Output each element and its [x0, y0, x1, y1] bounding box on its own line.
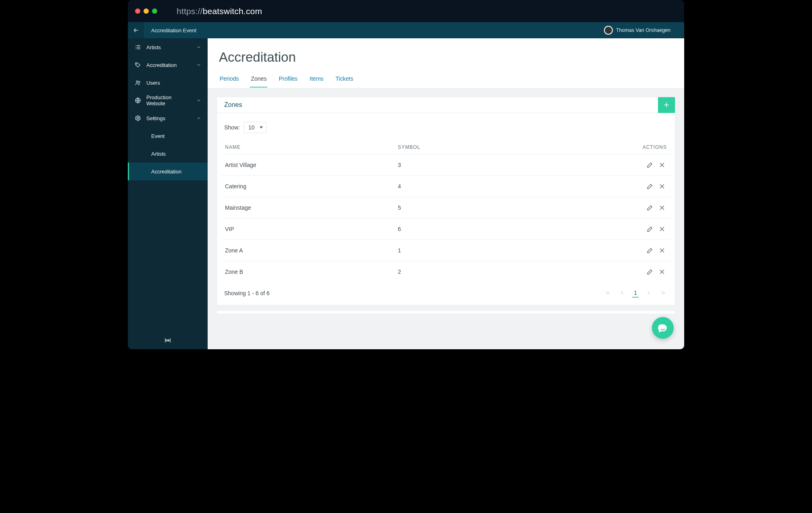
cell-name: Zone B — [221, 261, 394, 283]
sidebar-item-label: Users — [146, 80, 201, 86]
svg-point-4 — [137, 117, 139, 119]
breadcrumb: Accreditation Event — [144, 27, 604, 33]
cell-name: Catering — [221, 176, 394, 197]
tabs: Periods Zones Profiles Items Tickets — [219, 72, 673, 88]
gear-icon — [134, 115, 142, 121]
delete-button[interactable] — [657, 267, 667, 277]
next-panel-peek — [217, 311, 675, 314]
sidebar-subitem-label: Event — [151, 133, 164, 139]
pager: 1 — [603, 289, 668, 298]
panel-header: Zones — [217, 97, 675, 113]
close-icon — [658, 225, 666, 233]
titlebar: https://beatswitch.com — [128, 0, 684, 22]
user-menu[interactable]: Thomas Van Orshaegen — [604, 26, 684, 35]
cell-symbol: 2 — [394, 261, 529, 283]
arrow-left-icon — [133, 27, 139, 33]
cell-name: Mainstage — [221, 197, 394, 219]
zones-panel: Zones Show: 10 NAME — [217, 97, 675, 305]
url-host: beatswitch.com — [203, 6, 262, 16]
pencil-icon — [646, 161, 654, 169]
chevron-down-icon — [674, 28, 679, 33]
svg-point-1 — [136, 81, 138, 82]
chevron-down-icon — [196, 63, 201, 67]
table-row: VIP6 — [221, 219, 671, 240]
sidebar-nav: Artists Accreditation Users — [128, 38, 208, 332]
back-button[interactable] — [128, 22, 144, 38]
add-zone-button[interactable] — [658, 97, 675, 113]
close-icon — [658, 268, 666, 275]
edit-button[interactable] — [645, 267, 655, 277]
pencil-icon — [646, 204, 654, 211]
edit-button[interactable] — [645, 224, 655, 234]
pager-next[interactable] — [644, 289, 653, 298]
content: Zones Show: 10 NAME — [208, 88, 684, 349]
svg-point-0 — [136, 64, 137, 64]
column-header-name[interactable]: NAME — [221, 140, 394, 154]
tab-zones[interactable]: Zones — [250, 72, 267, 88]
sidebar-item-accreditation[interactable]: Accreditation — [128, 56, 208, 74]
sidebar-item-label: Settings — [146, 115, 192, 121]
edit-button[interactable] — [645, 160, 655, 170]
window-minimize-dot[interactable] — [144, 8, 149, 14]
pager-current[interactable]: 1 — [632, 289, 639, 298]
close-icon — [658, 247, 666, 254]
cell-actions — [529, 176, 671, 197]
globe-icon — [134, 97, 142, 104]
list-icon — [134, 44, 142, 50]
window-close-dot[interactable] — [135, 8, 140, 14]
tab-profiles[interactable]: Profiles — [278, 72, 298, 88]
panel-body: Show: 10 NAME SYMBOL ACTIONS — [217, 113, 675, 305]
sidebar-item-users[interactable]: Users — [128, 74, 208, 92]
collapse-icon — [164, 337, 171, 344]
tab-items[interactable]: Items — [309, 72, 324, 88]
sidebar-collapse-toggle[interactable] — [128, 332, 208, 349]
window-zoom-dot[interactable] — [152, 8, 157, 14]
tag-icon — [134, 62, 142, 68]
sidebar-item-label: Production Website — [146, 94, 192, 106]
url-protocol: https:// — [177, 6, 203, 16]
sidebar-item-artists[interactable]: Artists — [128, 38, 208, 56]
sidebar-item-label: Artists — [146, 44, 192, 50]
page-size-control: Show: 10 — [221, 122, 671, 140]
sidebar-subitem-accreditation[interactable]: Accreditation — [128, 163, 208, 180]
chevron-up-icon — [196, 116, 201, 121]
pager-last[interactable] — [659, 289, 668, 298]
topbar: Accreditation Event Thomas Van Orshaegen — [128, 22, 684, 38]
table-row: Zone B2 — [221, 261, 671, 283]
delete-button[interactable] — [657, 203, 667, 213]
table-row: Zone A1 — [221, 240, 671, 261]
sidebar-subitem-artists[interactable]: Artists — [128, 145, 208, 163]
sidebar-item-settings[interactable]: Settings — [128, 109, 208, 127]
delete-button[interactable] — [657, 181, 667, 191]
cell-actions — [529, 240, 671, 261]
tab-tickets[interactable]: Tickets — [335, 72, 354, 88]
sidebar-item-production-website[interactable]: Production Website — [128, 92, 208, 109]
page-header: Accreditation Periods Zones Profiles Ite… — [208, 38, 684, 88]
tab-periods[interactable]: Periods — [219, 72, 239, 88]
cell-actions — [529, 219, 671, 240]
cell-symbol: 6 — [394, 219, 529, 240]
cell-name: Zone A — [221, 240, 394, 261]
edit-button[interactable] — [645, 181, 655, 191]
plus-icon — [663, 101, 670, 108]
app-window: https://beatswitch.com Accreditation Eve… — [128, 0, 684, 349]
svg-point-2 — [139, 81, 140, 82]
cell-symbol: 3 — [394, 154, 529, 176]
delete-button[interactable] — [657, 160, 667, 170]
app-body: Artists Accreditation Users — [128, 38, 684, 349]
table-row: Artist Village3 — [221, 154, 671, 176]
cell-actions — [529, 197, 671, 219]
delete-button[interactable] — [657, 224, 667, 234]
page-size-select[interactable]: 10 — [244, 122, 267, 133]
edit-button[interactable] — [645, 246, 655, 255]
edit-button[interactable] — [645, 203, 655, 213]
sidebar-subitem-event[interactable]: Event — [128, 127, 208, 145]
show-label: Show: — [224, 124, 240, 131]
pager-first[interactable] — [603, 289, 612, 298]
delete-button[interactable] — [657, 246, 667, 255]
column-header-symbol[interactable]: SYMBOL — [394, 140, 529, 154]
close-icon — [658, 161, 666, 169]
chat-fab[interactable] — [652, 317, 674, 339]
main-area: Accreditation Periods Zones Profiles Ite… — [208, 38, 684, 349]
pager-prev[interactable] — [618, 289, 627, 298]
